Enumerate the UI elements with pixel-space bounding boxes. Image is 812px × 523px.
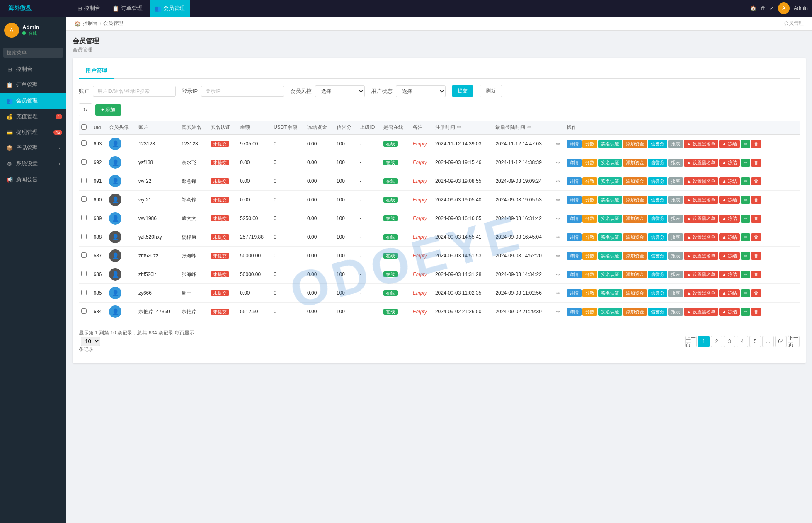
page-button-2[interactable]: 2: [711, 336, 722, 347]
freeze-button[interactable]: ▲ 冻结: [719, 177, 740, 185]
credit-button[interactable]: 信誉分: [648, 308, 667, 316]
blacklist-button[interactable]: ▲ 设置黑名单: [684, 159, 718, 167]
freeze-button[interactable]: ▲ 冻结: [719, 233, 740, 241]
credit-button[interactable]: 信誉分: [648, 289, 667, 297]
per-page-select[interactable]: 10 20 50: [81, 337, 100, 346]
credit-button[interactable]: 信誉分: [648, 233, 667, 241]
sidebar-item-products[interactable]: 📦 产品管理 ›: [0, 140, 66, 156]
sidebar-item-settings[interactable]: ⚙ 系统设置 ›: [0, 156, 66, 172]
delete-button[interactable]: 🗑: [751, 252, 761, 260]
detail-button[interactable]: 详情: [567, 289, 582, 297]
freeze-button[interactable]: ▲ 冻结: [719, 159, 740, 167]
sidebar-search-input[interactable]: [3, 48, 63, 58]
points-button[interactable]: 分数: [582, 140, 597, 148]
detail-button[interactable]: 详情: [567, 196, 582, 204]
detail-button[interactable]: 详情: [567, 140, 582, 148]
delete-button[interactable]: 🗑: [751, 271, 761, 278]
detail-button[interactable]: 详情: [567, 177, 582, 185]
report-button[interactable]: 报表: [668, 308, 683, 316]
delete-button[interactable]: 🗑: [751, 159, 761, 167]
edit-button[interactable]: ✏: [741, 252, 750, 260]
edit-button[interactable]: ✏: [741, 215, 750, 223]
row-checkbox[interactable]: [81, 234, 87, 239]
submit-button[interactable]: 提交: [452, 85, 473, 97]
recharge-button[interactable]: 添加资金: [623, 177, 647, 185]
blacklist-button[interactable]: ▲ 设置黑名单: [684, 140, 718, 148]
recharge-button[interactable]: 添加资金: [623, 215, 647, 223]
blacklist-button[interactable]: ▲ 设置黑名单: [684, 177, 718, 185]
detail-button[interactable]: 详情: [567, 252, 582, 260]
credit-button[interactable]: 信誉分: [648, 215, 667, 223]
credit-button[interactable]: 信誉分: [648, 177, 667, 185]
sidebar-item-recharge[interactable]: 💰 充值管理 1: [0, 109, 66, 124]
edit-button[interactable]: ✏: [741, 271, 750, 278]
page-button-64[interactable]: 64: [775, 336, 787, 347]
delete-button[interactable]: 🗑: [751, 215, 761, 223]
credit-button[interactable]: 信誉分: [648, 196, 667, 204]
report-button[interactable]: 报表: [668, 252, 683, 260]
expand-icon[interactable]: ⤢: [770, 5, 774, 11]
report-button[interactable]: 报表: [668, 196, 683, 204]
points-button[interactable]: 分数: [582, 177, 597, 185]
detail-button[interactable]: 详情: [567, 215, 582, 223]
freeze-button[interactable]: ▲ 冻结: [719, 196, 740, 204]
points-button[interactable]: 分数: [582, 289, 597, 297]
row-checkbox[interactable]: [81, 140, 87, 146]
report-button[interactable]: 报表: [668, 271, 683, 278]
verify-button[interactable]: 实名认证: [598, 140, 622, 148]
row-checkbox[interactable]: [81, 159, 87, 165]
page-button-4[interactable]: 4: [737, 336, 748, 347]
row-checkbox[interactable]: [81, 271, 87, 276]
sidebar-item-news[interactable]: 📢 新闻公告: [0, 172, 66, 187]
edit-button[interactable]: ✏: [741, 177, 750, 185]
prev-page-button[interactable]: 上一页: [685, 336, 697, 347]
detail-button[interactable]: 详情: [567, 271, 582, 278]
blacklist-button[interactable]: ▲ 设置黑名单: [684, 215, 718, 223]
recharge-button[interactable]: 添加资金: [623, 308, 647, 316]
points-button[interactable]: 分数: [582, 159, 597, 167]
credit-button[interactable]: 信誉分: [648, 252, 667, 260]
account-search-input[interactable]: [93, 86, 176, 97]
credit-button[interactable]: 信誉分: [648, 140, 667, 148]
points-button[interactable]: 分数: [582, 196, 597, 204]
recharge-button[interactable]: 添加资金: [623, 140, 647, 148]
verify-button[interactable]: 实名认证: [598, 215, 622, 223]
points-button[interactable]: 分数: [582, 215, 597, 223]
verify-button[interactable]: 实名认证: [598, 196, 622, 204]
credit-button[interactable]: 信誉分: [648, 271, 667, 278]
freeze-button[interactable]: ▲ 冻结: [719, 308, 740, 316]
recharge-button[interactable]: 添加资金: [623, 233, 647, 241]
delete-button[interactable]: 🗑: [751, 196, 761, 204]
report-button[interactable]: 报表: [668, 177, 683, 185]
freeze-button[interactable]: ▲ 冻结: [719, 252, 740, 260]
freeze-button[interactable]: ▲ 冻结: [719, 215, 740, 223]
verify-button[interactable]: 实名认证: [598, 308, 622, 316]
blacklist-button[interactable]: ▲ 设置黑名单: [684, 252, 718, 260]
reset-button[interactable]: 刷新: [480, 85, 502, 97]
report-button[interactable]: 报表: [668, 215, 683, 223]
delete-button[interactable]: 🗑: [751, 177, 761, 185]
delete-button[interactable]: 🗑: [751, 289, 761, 297]
home-icon[interactable]: 🏠: [750, 5, 756, 11]
refresh-button[interactable]: ↻: [79, 103, 92, 116]
select-all-checkbox[interactable]: [81, 124, 87, 130]
ip-search-input[interactable]: [201, 86, 284, 97]
row-checkbox[interactable]: [81, 290, 87, 295]
verify-button[interactable]: 实名认证: [598, 271, 622, 278]
page-button-3[interactable]: 3: [724, 336, 735, 347]
nav-dashboard[interactable]: ⊞ 控制台: [73, 0, 105, 17]
row-checkbox[interactable]: [81, 215, 87, 220]
blacklist-button[interactable]: ▲ 设置黑名单: [684, 233, 718, 241]
verify-button[interactable]: 实名认证: [598, 177, 622, 185]
blacklist-button[interactable]: ▲ 设置黑名单: [684, 196, 718, 204]
recharge-button[interactable]: 添加资金: [623, 252, 647, 260]
verify-button[interactable]: 实名认证: [598, 252, 622, 260]
sidebar-item-orders[interactable]: 📋 订单管理: [0, 77, 66, 93]
recharge-button[interactable]: 添加资金: [623, 196, 647, 204]
edit-button[interactable]: ✏: [741, 196, 750, 204]
credit-button[interactable]: 信誉分: [648, 159, 667, 167]
points-button[interactable]: 分数: [582, 271, 597, 278]
blacklist-button[interactable]: ▲ 设置黑名单: [684, 289, 718, 297]
delete-icon[interactable]: 🗑: [761, 5, 766, 11]
sidebar-item-members[interactable]: 👥 会员管理: [0, 93, 66, 109]
